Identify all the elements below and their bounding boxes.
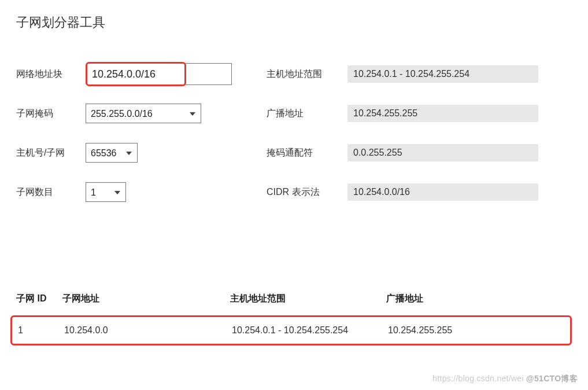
row-host-range: 主机地址范围 10.254.0.1 - 10.254.255.254: [267, 54, 538, 94]
form-area: 网络地址块 子网掩码 255.255.0.0/16 主机号/子网 65536: [16, 54, 572, 212]
watermark: https://blog.csdn.net/wei @51CTO博客: [432, 374, 578, 384]
host-range-label: 主机地址范围: [267, 68, 347, 80]
hosts-per-subnet-select-wrap: 65536: [86, 143, 138, 163]
host-range-value: 10.254.0.1 - 10.254.255.254: [347, 65, 538, 83]
hosts-per-subnet-select[interactable]: 65536: [86, 143, 138, 163]
hosts-per-subnet-label: 主机号/子网: [16, 147, 86, 159]
cidr-label: CIDR 表示法: [267, 186, 347, 198]
right-column: 主机地址范围 10.254.0.1 - 10.254.255.254 广播地址 …: [267, 54, 538, 212]
num-subnets-select[interactable]: 1: [86, 182, 126, 202]
table-header: 子网 ID 子网地址 主机地址范围 广播地址: [16, 293, 572, 315]
network-block-input-extension: [186, 63, 232, 85]
th-range: 主机地址范围: [230, 293, 386, 305]
td-range: 10.254.0.1 - 10.254.255.254: [232, 325, 388, 336]
row-subnet-mask: 子网掩码 255.255.0.0/16: [16, 94, 232, 133]
network-block-input[interactable]: [90, 65, 182, 83]
row-wildcard: 掩码通配符 0.0.255.255: [267, 133, 538, 172]
th-bcast: 广播地址: [386, 293, 513, 305]
watermark-faint: https://blog.csdn.net/wei: [432, 374, 526, 383]
td-addr: 10.254.0.0: [64, 325, 232, 336]
left-column: 网络地址块 子网掩码 255.255.0.0/16 主机号/子网 65536: [16, 54, 232, 212]
th-addr: 子网地址: [62, 293, 230, 305]
subnet-mask-label: 子网掩码: [16, 108, 86, 120]
page-title: 子网划分器工具: [16, 14, 572, 31]
num-subnets-select-wrap: 1: [86, 182, 126, 202]
table-row: 1 10.254.0.0 10.254.0.1 - 10.254.255.254…: [10, 315, 572, 345]
row-network-block: 网络地址块: [16, 54, 232, 94]
cidr-value: 10.254.0.0/16: [347, 183, 538, 201]
broadcast-value: 10.254.255.255: [347, 105, 538, 122]
network-block-label: 网络地址块: [16, 68, 86, 80]
th-id: 子网 ID: [16, 293, 62, 305]
row-cidr: CIDR 表示法 10.254.0.0/16: [267, 172, 538, 212]
subnet-table: 子网 ID 子网地址 主机地址范围 广播地址 1 10.254.0.0 10.2…: [16, 293, 572, 345]
wildcard-label: 掩码通配符: [267, 147, 347, 159]
network-block-highlight: [86, 62, 186, 86]
subnet-mask-select[interactable]: 255.255.0.0/16: [86, 104, 201, 123]
watermark-bold: @51CTO博客: [526, 374, 578, 383]
row-broadcast: 广播地址 10.254.255.255: [267, 94, 538, 133]
num-subnets-label: 子网数目: [16, 186, 86, 198]
wildcard-value: 0.0.255.255: [347, 144, 538, 161]
broadcast-label: 广播地址: [267, 108, 347, 120]
subnet-mask-select-wrap: 255.255.0.0/16: [86, 104, 201, 123]
row-hosts-per-subnet: 主机号/子网 65536: [16, 133, 232, 172]
row-num-subnets: 子网数目 1: [16, 172, 232, 212]
td-id: 1: [18, 325, 64, 336]
td-bcast: 10.254.255.255: [388, 325, 515, 336]
